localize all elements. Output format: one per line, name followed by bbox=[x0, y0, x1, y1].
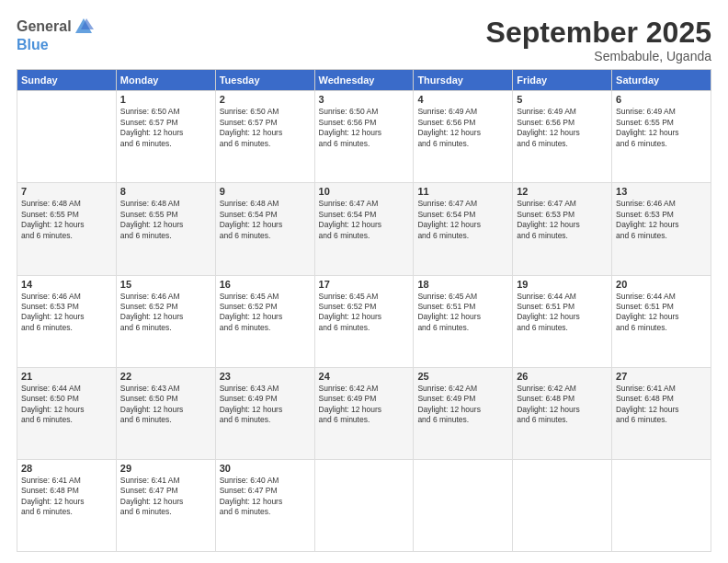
logo: General Blue bbox=[17, 17, 94, 53]
cell-content: Sunrise: 6:43 AMSunset: 6:50 PMDaylight:… bbox=[120, 384, 211, 426]
day-number: 28 bbox=[21, 463, 112, 474]
day-number: 17 bbox=[319, 279, 410, 290]
calendar-table: Sunday Monday Tuesday Wednesday Thursday… bbox=[17, 69, 711, 552]
table-cell: 1Sunrise: 6:50 AMSunset: 6:57 PMDaylight… bbox=[116, 91, 215, 183]
table-cell bbox=[17, 91, 117, 183]
table-cell: 11Sunrise: 6:47 AMSunset: 6:54 PMDayligh… bbox=[414, 183, 513, 275]
table-cell: 30Sunrise: 6:40 AMSunset: 6:47 PMDayligh… bbox=[215, 459, 314, 551]
day-number: 6 bbox=[616, 94, 707, 105]
table-cell: 4Sunrise: 6:49 AMSunset: 6:56 PMDaylight… bbox=[414, 91, 513, 183]
table-cell bbox=[414, 459, 513, 551]
title-area: September 2025 Sembabule, Uganda bbox=[486, 17, 711, 63]
day-number: 4 bbox=[417, 94, 508, 105]
table-cell: 14Sunrise: 6:46 AMSunset: 6:53 PMDayligh… bbox=[17, 275, 117, 367]
table-cell: 3Sunrise: 6:50 AMSunset: 6:56 PMDaylight… bbox=[314, 91, 414, 183]
day-number: 16 bbox=[220, 279, 311, 290]
day-number: 15 bbox=[120, 279, 211, 290]
table-cell: 2Sunrise: 6:50 AMSunset: 6:57 PMDaylight… bbox=[215, 91, 314, 183]
table-cell: 26Sunrise: 6:42 AMSunset: 6:48 PMDayligh… bbox=[513, 367, 612, 459]
cell-content: Sunrise: 6:48 AMSunset: 6:54 PMDaylight:… bbox=[220, 199, 311, 241]
cell-content: Sunrise: 6:44 AMSunset: 6:51 PMDaylight:… bbox=[616, 292, 707, 334]
week-row-3: 14Sunrise: 6:46 AMSunset: 6:53 PMDayligh… bbox=[17, 275, 711, 367]
day-number: 9 bbox=[220, 186, 311, 197]
day-number: 8 bbox=[120, 186, 211, 197]
table-cell: 28Sunrise: 6:41 AMSunset: 6:48 PMDayligh… bbox=[17, 459, 117, 551]
day-number: 23 bbox=[220, 371, 311, 382]
cell-content: Sunrise: 6:46 AMSunset: 6:53 PMDaylight:… bbox=[21, 292, 112, 334]
table-cell: 8Sunrise: 6:48 AMSunset: 6:55 PMDaylight… bbox=[116, 183, 215, 275]
cell-content: Sunrise: 6:50 AMSunset: 6:57 PMDaylight:… bbox=[220, 107, 311, 149]
col-sunday: Sunday bbox=[17, 70, 117, 91]
header: General Blue September 2025 Sembabule, U… bbox=[17, 17, 711, 63]
cell-content: Sunrise: 6:47 AMSunset: 6:54 PMDaylight:… bbox=[319, 199, 410, 241]
table-cell bbox=[513, 459, 612, 551]
table-cell: 20Sunrise: 6:44 AMSunset: 6:51 PMDayligh… bbox=[612, 275, 711, 367]
cell-content: Sunrise: 6:43 AMSunset: 6:49 PMDaylight:… bbox=[220, 384, 311, 426]
cell-content: Sunrise: 6:47 AMSunset: 6:53 PMDaylight:… bbox=[517, 199, 608, 241]
day-number: 11 bbox=[417, 186, 508, 197]
month-title: September 2025 bbox=[486, 17, 711, 49]
day-number: 20 bbox=[616, 279, 707, 290]
cell-content: Sunrise: 6:45 AMSunset: 6:51 PMDaylight:… bbox=[417, 292, 508, 334]
day-number: 24 bbox=[319, 371, 410, 382]
day-number: 10 bbox=[319, 186, 410, 197]
cell-content: Sunrise: 6:42 AMSunset: 6:49 PMDaylight:… bbox=[319, 384, 410, 426]
cell-content: Sunrise: 6:42 AMSunset: 6:48 PMDaylight:… bbox=[517, 384, 608, 426]
week-row-5: 28Sunrise: 6:41 AMSunset: 6:48 PMDayligh… bbox=[17, 459, 711, 551]
day-number: 7 bbox=[21, 186, 112, 197]
table-cell: 7Sunrise: 6:48 AMSunset: 6:55 PMDaylight… bbox=[17, 183, 117, 275]
cell-content: Sunrise: 6:50 AMSunset: 6:56 PMDaylight:… bbox=[319, 107, 410, 149]
day-number: 1 bbox=[120, 94, 211, 105]
cell-content: Sunrise: 6:46 AMSunset: 6:53 PMDaylight:… bbox=[616, 199, 707, 241]
table-cell: 25Sunrise: 6:42 AMSunset: 6:49 PMDayligh… bbox=[414, 367, 513, 459]
location-subtitle: Sembabule, Uganda bbox=[486, 49, 711, 63]
table-cell: 27Sunrise: 6:41 AMSunset: 6:48 PMDayligh… bbox=[612, 367, 711, 459]
cell-content: Sunrise: 6:45 AMSunset: 6:52 PMDaylight:… bbox=[319, 292, 410, 334]
cell-content: Sunrise: 6:47 AMSunset: 6:54 PMDaylight:… bbox=[417, 199, 508, 241]
cell-content: Sunrise: 6:50 AMSunset: 6:57 PMDaylight:… bbox=[120, 107, 211, 149]
cell-content: Sunrise: 6:45 AMSunset: 6:52 PMDaylight:… bbox=[220, 292, 311, 334]
day-number: 12 bbox=[517, 186, 608, 197]
week-row-1: 1Sunrise: 6:50 AMSunset: 6:57 PMDaylight… bbox=[17, 91, 711, 183]
table-cell: 29Sunrise: 6:41 AMSunset: 6:47 PMDayligh… bbox=[116, 459, 215, 551]
day-number: 5 bbox=[517, 94, 608, 105]
table-cell: 10Sunrise: 6:47 AMSunset: 6:54 PMDayligh… bbox=[314, 183, 414, 275]
header-row: Sunday Monday Tuesday Wednesday Thursday… bbox=[17, 70, 711, 91]
cell-content: Sunrise: 6:42 AMSunset: 6:49 PMDaylight:… bbox=[417, 384, 508, 426]
calendar-page: General Blue September 2025 Sembabule, U… bbox=[0, 0, 728, 563]
table-cell: 15Sunrise: 6:46 AMSunset: 6:52 PMDayligh… bbox=[116, 275, 215, 367]
cell-content: Sunrise: 6:49 AMSunset: 6:55 PMDaylight:… bbox=[616, 107, 707, 149]
day-number: 3 bbox=[319, 94, 410, 105]
col-friday: Friday bbox=[513, 70, 612, 91]
week-row-2: 7Sunrise: 6:48 AMSunset: 6:55 PMDaylight… bbox=[17, 183, 711, 275]
table-cell bbox=[612, 459, 711, 551]
day-number: 27 bbox=[616, 371, 707, 382]
col-monday: Monday bbox=[116, 70, 215, 91]
day-number: 22 bbox=[120, 371, 211, 382]
day-number: 2 bbox=[220, 94, 311, 105]
table-cell: 16Sunrise: 6:45 AMSunset: 6:52 PMDayligh… bbox=[215, 275, 314, 367]
col-wednesday: Wednesday bbox=[314, 70, 414, 91]
cell-content: Sunrise: 6:41 AMSunset: 6:47 PMDaylight:… bbox=[120, 476, 211, 518]
day-number: 29 bbox=[120, 463, 211, 474]
cell-content: Sunrise: 6:49 AMSunset: 6:56 PMDaylight:… bbox=[517, 107, 608, 149]
table-cell: 18Sunrise: 6:45 AMSunset: 6:51 PMDayligh… bbox=[414, 275, 513, 367]
table-cell: 22Sunrise: 6:43 AMSunset: 6:50 PMDayligh… bbox=[116, 367, 215, 459]
day-number: 25 bbox=[417, 371, 508, 382]
col-saturday: Saturday bbox=[612, 70, 711, 91]
day-number: 30 bbox=[220, 463, 311, 474]
cell-content: Sunrise: 6:44 AMSunset: 6:51 PMDaylight:… bbox=[517, 292, 608, 334]
cell-content: Sunrise: 6:48 AMSunset: 6:55 PMDaylight:… bbox=[21, 199, 112, 241]
table-cell: 12Sunrise: 6:47 AMSunset: 6:53 PMDayligh… bbox=[513, 183, 612, 275]
logo-general: General bbox=[17, 18, 72, 35]
table-cell: 9Sunrise: 6:48 AMSunset: 6:54 PMDaylight… bbox=[215, 183, 314, 275]
table-cell: 19Sunrise: 6:44 AMSunset: 6:51 PMDayligh… bbox=[513, 275, 612, 367]
col-thursday: Thursday bbox=[414, 70, 513, 91]
table-cell: 24Sunrise: 6:42 AMSunset: 6:49 PMDayligh… bbox=[314, 367, 414, 459]
week-row-4: 21Sunrise: 6:44 AMSunset: 6:50 PMDayligh… bbox=[17, 367, 711, 459]
table-cell: 5Sunrise: 6:49 AMSunset: 6:56 PMDaylight… bbox=[513, 91, 612, 183]
cell-content: Sunrise: 6:40 AMSunset: 6:47 PMDaylight:… bbox=[220, 476, 311, 518]
logo-icon bbox=[74, 17, 94, 37]
table-cell: 6Sunrise: 6:49 AMSunset: 6:55 PMDaylight… bbox=[612, 91, 711, 183]
col-tuesday: Tuesday bbox=[215, 70, 314, 91]
